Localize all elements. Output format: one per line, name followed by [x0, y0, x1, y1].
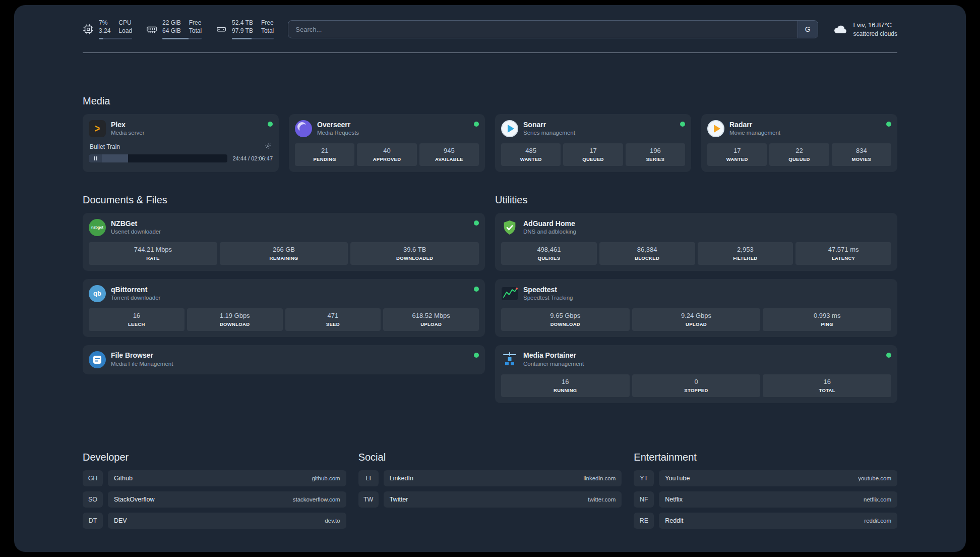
service-description: Series management	[523, 129, 675, 137]
stat-download: 1.19 GbpsDOWNLOAD	[187, 308, 283, 331]
nzbget-icon: nzbget	[89, 219, 106, 236]
bookmark-group-entertainment: Entertainment YT YouTubeyoutube.com NF N…	[634, 452, 897, 529]
bookmark-abbr: DT	[83, 513, 103, 529]
stat-series: 196SERIES	[626, 143, 685, 166]
bookmark-url: linkedin.com	[583, 475, 616, 481]
service-name: Sonarr	[523, 121, 675, 130]
dashboard: 7% 3.24 CPU Load 22 GiB 64 GiB	[14, 5, 966, 552]
bookmark-abbr: YT	[634, 470, 654, 486]
bookmark-linkedin[interactable]: LI LinkedInlinkedin.com	[358, 470, 622, 486]
stat-queries: 498,461QUERIES	[501, 242, 597, 265]
service-description: Usenet downloader	[111, 228, 469, 236]
now-playing-title: Bullet Train	[90, 143, 120, 150]
pause-icon[interactable]	[89, 154, 102, 162]
section-utilities: Utilities AdGuard Home DNS and adblockin…	[495, 194, 897, 403]
plex-now-playing: Bullet Train 24:44 / 02:06:47	[89, 141, 273, 162]
cloud-icon	[832, 21, 848, 37]
portainer-icon	[501, 351, 518, 368]
service-description: Movie management	[729, 129, 881, 137]
weather-condition: scattered clouds	[853, 30, 897, 38]
bookmark-group-title: Developer	[83, 452, 346, 463]
service-description: Media Requests	[317, 129, 469, 137]
weather-widget[interactable]: Lviv, 16.87°C scattered clouds	[832, 21, 897, 38]
service-card-portainer[interactable]: Media Portainer Container management 16R…	[495, 345, 897, 403]
section-title-media: Media	[83, 95, 897, 107]
stat-filtered: 2,953FILTERED	[698, 242, 793, 265]
bookmark-group-developer: Developer GH Githubgithub.com SO StackOv…	[83, 452, 346, 529]
cpu-usage-bar	[99, 38, 132, 39]
bookmark-name: Twitter	[390, 496, 408, 503]
service-card-adguard[interactable]: AdGuard Home DNS and adblocking 498,461Q…	[495, 213, 897, 271]
bookmark-name: LinkedIn	[390, 475, 413, 482]
topbar-divider	[83, 52, 897, 53]
service-name: Plex	[111, 121, 263, 130]
bookmark-abbr: NF	[634, 491, 654, 508]
bookmark-dev[interactable]: DT DEVdev.to	[83, 513, 346, 529]
service-card-overseerr[interactable]: Overseerr Media Requests 21PENDING 40APP…	[289, 114, 485, 172]
cpu-icon	[83, 24, 94, 35]
status-dot	[886, 122, 891, 127]
status-dot	[268, 122, 273, 127]
bookmark-name: DEV	[114, 517, 127, 524]
bookmark-name: YouTube	[665, 475, 690, 482]
bookmark-reddit[interactable]: RE Redditreddit.com	[634, 513, 897, 529]
stat-upload: 618.52 MbpsUPLOAD	[383, 308, 479, 331]
cpu-resource-widget: 7% 3.24 CPU Load	[83, 19, 132, 39]
service-name: Radarr	[729, 121, 881, 130]
status-dot	[680, 122, 685, 127]
service-card-filebrowser[interactable]: File Browser Media File Management	[83, 345, 485, 374]
status-dot	[474, 220, 479, 226]
stat-running: 16RUNNING	[501, 374, 630, 397]
bookmark-url: github.com	[312, 475, 340, 481]
bookmark-abbr: GH	[83, 470, 103, 486]
service-name: AdGuard Home	[523, 219, 891, 229]
stat-wanted: 485WANTED	[501, 143, 561, 166]
topbar: 7% 3.24 CPU Load 22 GiB 64 GiB	[83, 18, 897, 40]
google-search-provider-button[interactable]: G	[798, 21, 818, 38]
bookmark-youtube[interactable]: YT YouTubeyoutube.com	[634, 470, 897, 486]
service-card-nzbget[interactable]: nzbget NZBGet Usenet downloader 744.21 M…	[83, 213, 485, 271]
stat-approved: 40APPROVED	[357, 143, 416, 166]
bookmark-github[interactable]: GH Githubgithub.com	[83, 470, 346, 486]
stat-downloaded: 39.6 TBDOWNLOADED	[350, 242, 479, 265]
stat-wanted: 17WANTED	[707, 143, 767, 166]
bookmark-group-title: Entertainment	[634, 452, 897, 463]
stat-stopped: 0STOPPED	[632, 374, 761, 397]
service-card-radarr[interactable]: Radarr Movie management 17WANTED 22QUEUE…	[701, 114, 897, 172]
bookmark-group-title: Social	[358, 452, 622, 463]
section-title-utilities: Utilities	[495, 194, 897, 206]
stat-download: 9.65 GbpsDOWNLOAD	[501, 308, 630, 331]
weather-location: Lviv, 16.87°C	[853, 21, 897, 30]
filebrowser-icon	[89, 351, 106, 368]
stat-rate: 744.21 MbpsRATE	[89, 242, 217, 265]
settings-gear-icon[interactable]	[265, 142, 272, 151]
qbittorrent-icon: qb	[89, 285, 106, 302]
bookmark-group-social: Social LI LinkedInlinkedin.com TW Twitte…	[358, 452, 622, 529]
playback-progress-bar[interactable]	[89, 154, 227, 162]
service-card-plex[interactable]: > Plex Media server Bullet Train	[83, 114, 279, 172]
bookmark-url: twitter.com	[588, 496, 616, 503]
service-name: File Browser	[111, 351, 469, 360]
section-title-documents: Documents & Files	[83, 194, 485, 206]
search-input[interactable]	[288, 20, 818, 38]
bookmark-netflix[interactable]: NF Netflixnetflix.com	[634, 491, 897, 508]
service-card-sonarr[interactable]: Sonarr Series management 485WANTED 17QUE…	[495, 114, 691, 172]
memory-resource-widget: 22 GiB 64 GiB Free Total	[146, 19, 202, 39]
service-card-speedtest[interactable]: Speedtest Speedtest Tracking 9.65 GbpsDO…	[495, 279, 897, 337]
disk-values: 52.4 TB 97.9 TB	[232, 19, 253, 35]
bookmark-name: Netflix	[665, 496, 683, 503]
bookmark-url: youtube.com	[858, 475, 891, 481]
bookmark-abbr: SO	[83, 491, 103, 508]
bookmark-stackoverflow[interactable]: SO StackOverflowstackoverflow.com	[83, 491, 346, 508]
service-description: Container management	[523, 360, 881, 368]
status-dot	[474, 287, 479, 292]
sonarr-icon	[501, 120, 518, 137]
service-description: Media File Management	[111, 360, 469, 368]
stat-queued: 17QUEUED	[563, 143, 623, 166]
resource-widgets: 7% 3.24 CPU Load 22 GiB 64 GiB	[83, 19, 274, 39]
cpu-values: 7% 3.24	[99, 19, 110, 35]
bookmark-url: reddit.com	[864, 518, 891, 524]
bookmark-twitter[interactable]: TW Twittertwitter.com	[358, 491, 622, 508]
stat-pending: 21PENDING	[295, 143, 354, 166]
service-card-qbittorrent[interactable]: qb qBittorrent Torrent downloader 16LEEC…	[83, 279, 485, 337]
